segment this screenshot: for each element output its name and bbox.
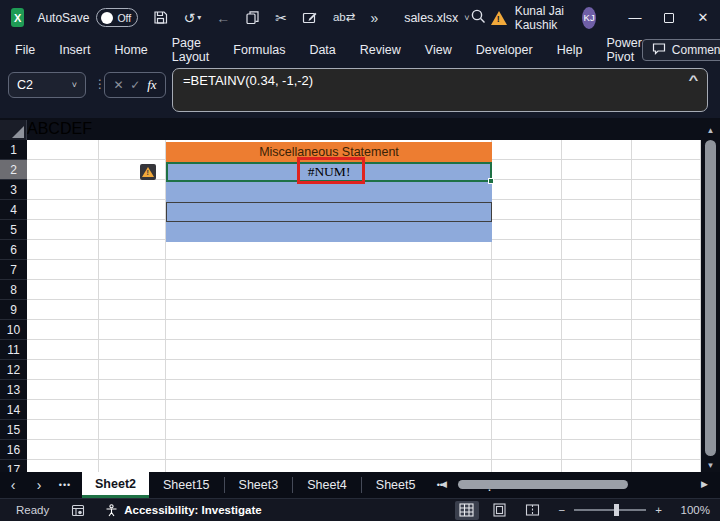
search-icon[interactable] [470, 8, 487, 28]
cell[interactable] [166, 360, 492, 380]
cell[interactable] [99, 320, 166, 340]
cell[interactable] [492, 360, 562, 380]
row-header[interactable]: 3 [0, 180, 27, 200]
zoom-out-icon[interactable]: − [559, 504, 566, 516]
cell[interactable] [562, 420, 632, 440]
cell[interactable] [492, 160, 562, 180]
row-header[interactable]: 8 [0, 280, 27, 300]
cell[interactable] [632, 420, 701, 440]
collapse-formula-bar-icon[interactable]: ^ [689, 73, 699, 87]
sheet-tab[interactable]: Sheet15 [149, 477, 224, 493]
column-header[interactable]: C [48, 120, 60, 140]
toolbar-overflow-icon[interactable]: » [370, 11, 378, 25]
row-header[interactable]: 5 [0, 220, 27, 240]
tab-sheet2-active[interactable]: Sheet2 [82, 472, 149, 498]
cell[interactable] [99, 140, 166, 160]
cell[interactable] [166, 380, 492, 400]
cell-c3-filled[interactable] [166, 182, 492, 202]
warning-icon[interactable]: ! [491, 11, 507, 25]
row-header[interactable]: 9 [0, 300, 27, 320]
scroll-left-icon[interactable]: ◀ [440, 479, 447, 489]
cell[interactable] [99, 380, 166, 400]
row-header[interactable]: 11 [0, 340, 27, 360]
cell[interactable] [632, 440, 701, 460]
cell[interactable] [632, 380, 701, 400]
sheet-tab[interactable]: Sheet4 [292, 477, 361, 493]
comments-button[interactable]: Comments [642, 39, 720, 61]
row-header[interactable]: 10 [0, 320, 27, 340]
undo-icon[interactable]: ↺ ▾ [183, 11, 201, 25]
page-break-preview-button[interactable] [521, 501, 545, 520]
cell[interactable] [632, 220, 701, 240]
cell[interactable] [492, 200, 562, 220]
scroll-up-icon[interactable]: ▲ [701, 126, 720, 135]
cell[interactable] [562, 200, 632, 220]
cell[interactable] [166, 260, 492, 280]
cell[interactable] [27, 400, 99, 420]
cell[interactable] [99, 220, 166, 240]
cell-c5-filled[interactable] [166, 222, 492, 242]
cell[interactable] [166, 240, 492, 260]
cell[interactable] [27, 180, 99, 200]
ribbon-tab[interactable]: Review [360, 43, 401, 57]
row-header[interactable]: 4 [0, 200, 27, 220]
cell[interactable] [27, 160, 99, 180]
close-button[interactable]: ✕ [686, 0, 720, 35]
replace-icon[interactable]: ab⇄ [333, 12, 355, 24]
error-smart-tag[interactable]: ! [140, 164, 156, 180]
cell[interactable] [632, 360, 701, 380]
cell[interactable] [27, 240, 99, 260]
row-header[interactable]: 12 [0, 360, 27, 380]
column-header[interactable]: B [38, 120, 49, 140]
cell[interactable] [632, 300, 701, 320]
paste-icon[interactable] [302, 11, 318, 25]
cell[interactable] [632, 320, 701, 340]
cell[interactable] [99, 460, 166, 472]
zoom-slider-thumb[interactable] [614, 504, 619, 516]
cut-icon[interactable]: ✂ [275, 11, 287, 25]
cell[interactable] [562, 360, 632, 380]
minimize-button[interactable]: — [618, 0, 652, 35]
cell[interactable] [99, 400, 166, 420]
ribbon-tab[interactable]: Power Pivot [606, 36, 641, 64]
column-header[interactable]: F [82, 120, 92, 140]
cell[interactable] [492, 320, 562, 340]
ribbon-tab[interactable]: File [15, 43, 35, 57]
document-title[interactable]: sales.xlsx ˅ [404, 11, 469, 25]
cell[interactable] [632, 460, 701, 472]
cell[interactable] [27, 340, 99, 360]
cell[interactable] [562, 240, 632, 260]
row-header[interactable]: 16 [0, 440, 27, 460]
column-header[interactable]: A [27, 120, 38, 140]
cell[interactable] [562, 460, 632, 472]
cell[interactable] [562, 380, 632, 400]
vertical-scrollbar[interactable]: ▲ ▼ [701, 120, 720, 472]
avatar[interactable]: KJ [582, 7, 596, 29]
cell[interactable] [99, 260, 166, 280]
cell[interactable] [492, 380, 562, 400]
cell[interactable] [632, 200, 701, 220]
cell[interactable] [99, 240, 166, 260]
redo-icon[interactable]: ← [216, 11, 230, 25]
account-area[interactable]: ! Kunal Jai Kaushik KJ [491, 4, 596, 32]
cell[interactable] [99, 180, 166, 200]
cell[interactable] [492, 220, 562, 240]
scroll-down-icon[interactable]: ▼ [701, 461, 720, 470]
row-header[interactable]: 1 [0, 140, 27, 160]
row-header[interactable]: 17 [0, 460, 27, 472]
prev-sheet-icon[interactable]: ‹ [0, 477, 26, 493]
cell[interactable] [562, 440, 632, 460]
cell[interactable] [492, 140, 562, 160]
cell[interactable] [166, 460, 492, 472]
cell[interactable] [632, 400, 701, 420]
save-icon[interactable] [153, 10, 168, 25]
cell-c4-bordered[interactable] [166, 202, 492, 222]
cell[interactable] [27, 220, 99, 240]
row-header[interactable]: 13 [0, 380, 27, 400]
name-box[interactable]: C2 ˅ [8, 72, 86, 98]
copy-icon[interactable] [245, 10, 260, 25]
next-sheet-icon[interactable]: › [26, 477, 52, 493]
cell[interactable] [632, 260, 701, 280]
cell[interactable] [632, 140, 701, 160]
cell[interactable] [99, 280, 166, 300]
